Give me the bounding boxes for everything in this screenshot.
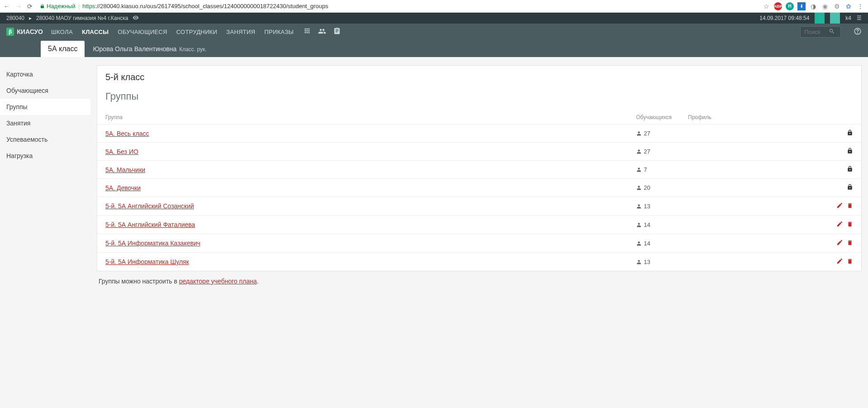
browser-nav-buttons: ← → ⟳: [4, 3, 33, 10]
nav-item[interactable]: ОБУЧАЮЩИЕСЯ: [118, 29, 167, 35]
sidebar-item[interactable]: Нагрузка: [0, 148, 90, 164]
url-bar[interactable]: Надежный | https://280040.kiasuo.ru/ous/…: [36, 2, 759, 10]
group-link[interactable]: 5А. Девочки: [105, 184, 141, 192]
table-row: 5А. Весь класс 27: [97, 125, 861, 143]
group-link[interactable]: 5А. Мальчики: [105, 166, 145, 173]
browser-toolbar: ← → ⟳ Надежный | https://280040.kiasuo.r…: [0, 0, 868, 13]
ext-icon[interactable]: ✿: [844, 2, 853, 10]
nav-items: ШКОЛАКЛАССЫОБУЧАЮЩИЕСЯСОТРУДНИКИЗАНЯТИЯП…: [51, 29, 294, 35]
download-extension-icon[interactable]: ⬇: [797, 2, 806, 10]
group-link[interactable]: 5-й. 5А Английский Созанский: [105, 202, 194, 210]
groups-card: 5-й класс Группы Группа Обучающихся Проф…: [97, 65, 862, 271]
org-name[interactable]: 280040 МАОУ гимназия №4 г.Канска: [36, 15, 128, 21]
nav-item[interactable]: КЛАССЫ: [82, 29, 109, 35]
class-tab[interactable]: 5А класс: [41, 41, 85, 57]
url-text: https://280040.kiasuo.ru/ous/2617495/sch…: [82, 3, 328, 10]
sidebar: КарточкаОбучающиесяГруппыЗанятияУспеваем…: [0, 57, 90, 305]
footnote-link[interactable]: редакторе учебного плана: [179, 278, 257, 285]
nav-item[interactable]: ЗАНЯТИЯ: [226, 29, 255, 35]
sidebar-item[interactable]: Группы: [0, 99, 90, 115]
eye-icon[interactable]: [133, 14, 139, 22]
lock-icon: [847, 148, 853, 155]
edit-icon[interactable]: [836, 203, 843, 210]
group-link[interactable]: 5-й. 5А Информатика Шуляк: [105, 258, 189, 265]
sidebar-item[interactable]: Обучающиеся: [0, 82, 90, 99]
search-input[interactable]: [804, 29, 829, 35]
student-count: 27: [636, 130, 672, 137]
chrome-menu-icon[interactable]: ⋮: [856, 2, 864, 10]
col-header-group: Группа: [97, 110, 628, 125]
delete-icon[interactable]: [847, 240, 853, 247]
accent-button-1[interactable]: [815, 13, 825, 24]
browser-extension-icons: ☆ ABP H ⬇ ◑ ◉ ⚙ ✿ ⋮: [762, 2, 864, 10]
help-icon[interactable]: [854, 27, 862, 37]
table-row: 5-й. 5А Английский Созанский 13: [97, 197, 861, 216]
datetime: 14.09.2017 09:48:54: [759, 15, 809, 21]
forward-icon[interactable]: →: [15, 3, 22, 10]
group-link[interactable]: 5-й. 5А Информатика Казакевич: [105, 240, 200, 247]
secure-label: Надежный: [47, 3, 76, 10]
table-row: 5А. Девочки 20: [97, 179, 861, 197]
footnote-period: .: [257, 278, 259, 285]
star-icon[interactable]: ☆: [762, 2, 770, 10]
sidebar-item[interactable]: Занятия: [0, 115, 90, 131]
sidebar-item[interactable]: Карточка: [0, 66, 90, 82]
edit-icon[interactable]: [836, 240, 843, 247]
col-header-profile: Профиль: [680, 110, 825, 125]
search-box[interactable]: [800, 26, 841, 38]
back-icon[interactable]: ←: [4, 3, 10, 10]
ext-icon[interactable]: ◑: [809, 2, 817, 10]
table-row: 5-й. 5А Информатика Шуляк 13: [97, 253, 861, 271]
teacher-name: Юрова Ольга Валентиновна: [93, 45, 176, 53]
delete-icon[interactable]: [847, 203, 853, 210]
svg-point-1: [858, 33, 858, 33]
apps-icon[interactable]: [304, 27, 311, 37]
search-icon[interactable]: [829, 28, 835, 36]
h-extension-icon[interactable]: H: [786, 2, 794, 10]
teacher-role: Класс. рук.: [179, 46, 206, 53]
page-title: 5-й класс: [97, 66, 861, 83]
nav-item[interactable]: ШКОЛА: [51, 29, 73, 35]
ext-icon[interactable]: ◉: [821, 2, 829, 10]
table-row: 5-й. 5А Информатика Казакевич 14: [97, 234, 861, 253]
reload-icon[interactable]: ⟳: [27, 3, 33, 10]
edit-icon[interactable]: [836, 259, 843, 266]
nav-item[interactable]: ПРИКАЗЫ: [264, 29, 294, 35]
student-count: 20: [636, 184, 672, 191]
people-icon[interactable]: [318, 27, 326, 37]
lock-icon: [847, 130, 853, 137]
group-link[interactable]: 5-й. 5А Английский Фаталиева: [105, 221, 195, 228]
ext-icon[interactable]: ⚙: [833, 2, 841, 10]
menu-icon[interactable]: ☰: [857, 15, 862, 21]
accent-button-2[interactable]: [830, 13, 840, 24]
org-code[interactable]: 280040: [6, 15, 24, 21]
breadcrumb-bar: 280040 ▸ 280040 МАОУ гимназия №4 г.Канск…: [0, 13, 868, 24]
logo-text: КИАСУО: [17, 28, 43, 35]
table-row: 5А. Мальчики 7: [97, 161, 861, 179]
group-link[interactable]: 5А. Весь класс: [105, 130, 149, 137]
main-navbar: β КИАСУО ШКОЛАКЛАССЫОБУЧАЮЩИЕСЯСОТРУДНИК…: [0, 24, 868, 40]
lock-icon: [847, 166, 853, 173]
main-content: 5-й класс Группы Группа Обучающихся Проф…: [90, 57, 868, 305]
group-link[interactable]: 5А. Без ИО: [105, 148, 138, 155]
sidebar-item[interactable]: Успеваемость: [0, 131, 90, 148]
secure-badge: Надежный: [40, 3, 76, 10]
abp-extension-icon[interactable]: ABP: [774, 2, 782, 10]
student-count: 13: [636, 203, 672, 210]
edit-icon[interactable]: [836, 221, 843, 229]
logo-badge: β: [6, 28, 14, 36]
student-count: 13: [636, 259, 672, 265]
clipboard-icon[interactable]: [333, 27, 341, 37]
table-row: 5А. Без ИО 27: [97, 143, 861, 161]
app-logo[interactable]: β КИАСУО: [6, 28, 43, 36]
class-subbar: 5А класс Юрова Ольга Валентиновна Класс.…: [0, 40, 868, 57]
class-teacher: Юрова Ольга Валентиновна Класс. рук.: [93, 45, 206, 57]
delete-icon[interactable]: [847, 259, 853, 266]
table-row: 5-й. 5А Английский Фаталиева 14: [97, 216, 861, 234]
student-count: 27: [636, 148, 672, 155]
chevron-right-icon: ▸: [29, 15, 32, 21]
nav-item[interactable]: СОТРУДНИКИ: [176, 29, 218, 35]
user-label[interactable]: k4: [845, 15, 851, 21]
delete-icon[interactable]: [847, 221, 853, 229]
col-header-count: Обучающихся: [628, 110, 680, 125]
